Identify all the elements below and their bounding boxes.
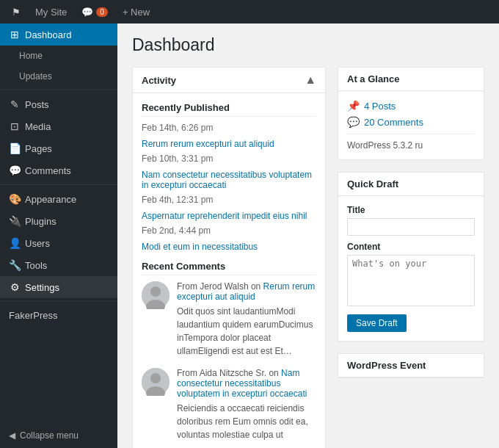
appearance-label: Appearance: [25, 194, 76, 205]
posts-icon: ✎: [9, 98, 21, 110]
comment-header-0: From Jerod Walsh on Rerum rerum exceptur…: [177, 281, 316, 302]
pages-label: Pages: [25, 143, 52, 154]
main-layout: ⊞ Dashboard Home Updates ✎ Posts ⊡ Media…: [0, 24, 499, 448]
plugins-icon: 🔌: [9, 215, 21, 227]
comment-text-1: Reiciendis a occaecati reiciendis dolori…: [177, 402, 316, 441]
faker-label: FakerPress: [9, 310, 57, 321]
wp-icon: ⚑: [12, 7, 21, 18]
sidebar-item-pages[interactable]: 📄 Pages: [0, 137, 117, 159]
media-icon: ⊡: [9, 120, 21, 132]
sidebar-item-home[interactable]: Home: [0, 46, 117, 66]
wp-logo-button[interactable]: ⚑: [6, 0, 26, 24]
plugins-label: Plugins: [25, 216, 57, 227]
collapse-label: Collapse menu: [20, 430, 79, 441]
sidebar-item-tools[interactable]: 🔧 Tools: [0, 254, 117, 276]
updates-label: Updates: [19, 71, 52, 82]
posts-label: Posts: [25, 99, 49, 110]
activity-link-1[interactable]: Nam consectetur necessitatibus voluptate…: [142, 170, 316, 190]
quick-draft-header: Quick Draft: [338, 173, 484, 196]
wp-events-widget: WordPress Event: [338, 353, 484, 378]
media-label: Media: [25, 121, 51, 132]
activity-date-0: Feb 14th, 6:26 pm: [142, 123, 222, 133]
comment-header-1: From Aida Nitzsche Sr. on Nam consectetu…: [177, 368, 316, 399]
page-title: Dashboard: [132, 35, 484, 55]
comment-body-0: From Jerod Walsh on Rerum rerum exceptur…: [177, 281, 316, 358]
right-column: At a Glance 📌 4 Posts 💬 20 Comments Word…: [338, 67, 484, 448]
pin-icon: 📌: [347, 100, 360, 112]
sidebar-item-plugins[interactable]: 🔌 Plugins: [0, 210, 117, 232]
tools-label: Tools: [25, 260, 47, 271]
new-label: + New: [123, 7, 150, 18]
comment-item-0: From Jerod Walsh on Rerum rerum exceptur…: [142, 281, 316, 358]
glance-posts-count: 4 Posts: [364, 101, 396, 112]
bubble-icon: 💬: [347, 116, 360, 128]
activity-date-1: Feb 10th, 3:31 pm: [142, 153, 222, 164]
sidebar-item-media[interactable]: ⊡ Media: [0, 115, 117, 137]
new-content-button[interactable]: + New: [117, 0, 156, 24]
wp-version: WordPress 5.3.2 ru: [347, 134, 475, 151]
content-label: Content: [347, 242, 475, 252]
sidebar-divider-1: [0, 90, 117, 90]
sidebar-divider-3: [0, 301, 117, 302]
activity-row-0: Feb 14th, 6:26 pm Rerum rerum excepturi …: [142, 123, 316, 149]
quick-draft-content-input[interactable]: [347, 255, 475, 306]
activity-date-2: Feb 4th, 12:31 pm: [142, 195, 222, 205]
wp-events-header: WordPress Event: [338, 354, 484, 377]
glance-posts[interactable]: 📌 4 Posts: [347, 100, 475, 112]
sidebar-item-posts[interactable]: ✎ Posts: [0, 93, 117, 115]
my-site-label: My Site: [35, 7, 67, 18]
activity-widget: Activity ▲ Recently Published Feb 14th, …: [132, 67, 326, 448]
admin-bar: ⚑ My Site 💬 0 + New: [0, 0, 499, 24]
activity-widget-content: Recently Published Feb 14th, 6:26 pm Rer…: [133, 93, 325, 448]
users-icon: 👤: [9, 237, 21, 249]
main-column: Activity ▲ Recently Published Feb 14th, …: [132, 67, 326, 448]
dashboard-icon: ⊞: [9, 29, 21, 40]
collapse-icon: ◀: [9, 430, 15, 441]
activity-widget-toggle[interactable]: ▲: [305, 73, 316, 87]
avatar-1: [142, 368, 170, 396]
at-a-glance-header: At a Glance: [338, 68, 484, 91]
dashboard-columns: Activity ▲ Recently Published Feb 14th, …: [132, 67, 484, 448]
sidebar-item-dashboard[interactable]: ⊞ Dashboard: [0, 24, 117, 46]
avatar-0: [142, 281, 170, 309]
svg-point-4: [150, 373, 161, 383]
settings-icon: ⚙: [9, 281, 21, 293]
sidebar-item-settings[interactable]: ⚙ Settings: [0, 276, 117, 298]
activity-link-2[interactable]: Aspernatur reprehenderit impedit eius ni…: [142, 211, 307, 221]
sidebar-dashboard-label: Dashboard: [25, 29, 72, 40]
quick-draft-widget: Quick Draft Title Content Save Draft: [338, 172, 484, 342]
collapse-menu-button[interactable]: ◀ Collapse menu: [0, 423, 117, 448]
tools-icon: 🔧: [9, 259, 21, 271]
glance-comments-count: 20 Comments: [364, 117, 423, 128]
save-draft-button[interactable]: Save Draft: [347, 314, 407, 332]
comments-nav-icon: 💬: [9, 165, 21, 176]
sidebar-item-appearance[interactable]: 🎨 Appearance: [0, 188, 117, 210]
at-a-glance-widget: At a Glance 📌 4 Posts 💬 20 Comments Word…: [338, 67, 484, 160]
activity-link-0[interactable]: Rerum rerum excepturi aut aliquid: [142, 139, 274, 149]
sidebar-item-users[interactable]: 👤 Users: [0, 232, 117, 254]
sidebar-divider-2: [0, 184, 117, 185]
quick-draft-title-input[interactable]: [347, 218, 475, 236]
activity-widget-title: Activity: [142, 75, 176, 86]
activity-widget-header: Activity ▲: [133, 68, 325, 93]
content-area: Dashboard Activity ▲ Recently Published …: [117, 24, 499, 448]
sidebar-item-updates[interactable]: Updates: [0, 66, 117, 87]
activity-link-3[interactable]: Modi et eum in necessitatibus: [142, 242, 258, 252]
recent-comments-label: Recent Comments: [142, 261, 316, 275]
wp-events-title: WordPress Event: [347, 360, 426, 371]
comments-count: 0: [96, 7, 108, 17]
appearance-icon: 🎨: [9, 193, 21, 205]
sidebar: ⊞ Dashboard Home Updates ✎ Posts ⊡ Media…: [0, 24, 117, 448]
my-site-button[interactable]: My Site: [29, 0, 73, 24]
activity-date-3: Feb 2nd, 4:44 pm: [142, 225, 222, 236]
at-a-glance-content: 📌 4 Posts 💬 20 Comments WordPress 5.3.2 …: [338, 91, 484, 159]
sidebar-item-comments[interactable]: 💬 Comments: [0, 159, 117, 181]
svg-point-1: [150, 286, 161, 297]
glance-comments[interactable]: 💬 20 Comments: [347, 116, 475, 128]
at-a-glance-title: At a Glance: [347, 73, 400, 84]
comment-body-1: From Aida Nitzsche Sr. on Nam consectetu…: [177, 368, 316, 441]
home-label: Home: [19, 51, 43, 61]
sidebar-item-faker[interactable]: FakerPress: [0, 305, 117, 326]
comment-item-1: From Aida Nitzsche Sr. on Nam consectetu…: [142, 368, 316, 441]
comments-button[interactable]: 💬 0: [76, 0, 114, 24]
